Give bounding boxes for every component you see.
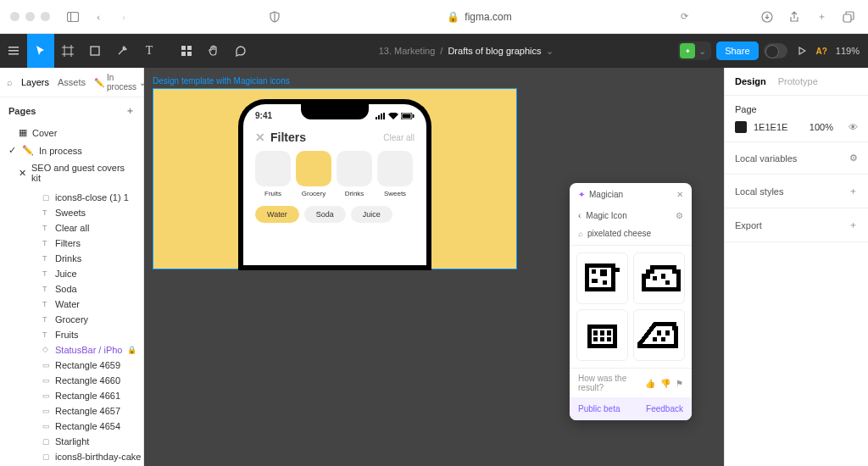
svg-rect-16 bbox=[376, 117, 377, 119]
layer-item[interactable]: TWater bbox=[0, 297, 143, 312]
share-icon[interactable] bbox=[785, 8, 804, 26]
svg-rect-33 bbox=[661, 274, 665, 278]
present-icon[interactable] bbox=[793, 34, 811, 68]
share-button[interactable]: Share bbox=[716, 42, 758, 60]
user-avatar[interactable]: A? bbox=[816, 47, 827, 56]
layer-item[interactable]: ▢icons8-close (1) 1 bbox=[0, 190, 143, 205]
add-page-icon[interactable]: ＋ bbox=[125, 104, 135, 117]
close-icon[interactable]: ✕ bbox=[676, 190, 683, 199]
category-sweets[interactable]: Sweets bbox=[377, 151, 413, 197]
feedback-link[interactable]: Feedback bbox=[646, 404, 683, 413]
category-grocery[interactable]: Grocery bbox=[296, 151, 331, 197]
forward-icon[interactable]: › bbox=[114, 8, 133, 26]
page-item-cover[interactable]: ▦Cover bbox=[0, 124, 143, 141]
bg-opacity[interactable]: 100% bbox=[810, 122, 833, 132]
clear-all-button[interactable]: Clear all bbox=[383, 133, 415, 142]
svg-rect-42 bbox=[593, 337, 598, 341]
search-icon[interactable]: ⌕ bbox=[7, 77, 13, 87]
layer-item[interactable]: ▭Rectangle 4661 bbox=[0, 388, 143, 403]
layer-item[interactable]: TSweets bbox=[0, 205, 143, 220]
search-input[interactable] bbox=[587, 229, 683, 238]
download-icon[interactable] bbox=[758, 8, 776, 26]
layer-item[interactable]: TGrocery bbox=[0, 312, 143, 327]
layer-item-statusbar[interactable]: ◇StatusBar / iPhone 1...🔒 bbox=[0, 342, 143, 358]
design-frame[interactable]: 9:41 ✕Filters Clear all Fruits Grocer bbox=[153, 88, 517, 269]
text-tool-icon[interactable]: T bbox=[136, 34, 163, 68]
shield-icon[interactable] bbox=[265, 8, 284, 26]
shape-tool-icon[interactable] bbox=[81, 34, 108, 68]
layer-item[interactable]: ▭Rectangle 4654 bbox=[0, 419, 143, 434]
newtab-icon[interactable]: ＋ bbox=[812, 8, 831, 26]
layer-item[interactable]: ▢icons8-birthday-cake 1 bbox=[0, 449, 143, 464]
canvas[interactable]: Design template with Magician icons 9:41 bbox=[144, 68, 724, 466]
close-icon[interactable]: ✕ bbox=[255, 130, 265, 144]
move-tool-icon[interactable] bbox=[27, 34, 54, 68]
feedback-question: How was the result? bbox=[578, 374, 645, 392]
category-drinks[interactable]: Drinks bbox=[337, 151, 372, 197]
chip-juice[interactable]: Juice bbox=[351, 206, 392, 223]
page-item-seo[interactable]: ✕SEO and guest covers kit bbox=[0, 159, 143, 186]
layer-item[interactable]: ▭Rectangle 4659 bbox=[0, 358, 143, 373]
thumbs-down-icon[interactable]: 👎 bbox=[660, 379, 670, 388]
layer-item[interactable]: ▢Starlight bbox=[0, 434, 143, 449]
chip-soda[interactable]: Soda bbox=[304, 206, 346, 223]
chevron-down-icon[interactable]: ⌄ bbox=[546, 46, 554, 57]
tab-design[interactable]: Design bbox=[735, 76, 766, 86]
layer-item[interactable]: TJuice bbox=[0, 266, 143, 281]
tab-assets[interactable]: Assets bbox=[58, 77, 86, 87]
icon-result[interactable] bbox=[633, 309, 685, 361]
bg-hex[interactable]: 1E1E1E bbox=[754, 122, 787, 132]
layer-item[interactable]: ▭Rectangle 4657 bbox=[0, 403, 143, 419]
local-variables-row[interactable]: Local variables⚙ bbox=[725, 142, 868, 175]
layer-item[interactable]: TClear all bbox=[0, 220, 143, 236]
dev-mode-toggle[interactable] bbox=[764, 43, 787, 58]
comment-tool-icon[interactable] bbox=[227, 34, 254, 68]
chip-water[interactable]: Water bbox=[255, 206, 299, 223]
plugin-badge[interactable]: ✦ ⌄ bbox=[678, 42, 711, 60]
icon-result[interactable] bbox=[633, 252, 685, 304]
pen-tool-icon[interactable] bbox=[108, 34, 136, 68]
resources-icon[interactable] bbox=[173, 34, 200, 68]
icon-result[interactable] bbox=[576, 252, 628, 304]
category-fruits[interactable]: Fruits bbox=[255, 151, 291, 197]
address-bar[interactable]: 🔒 figma.com bbox=[291, 11, 668, 23]
back-icon[interactable]: ‹ bbox=[89, 8, 108, 26]
sparkle-icon: ✦ bbox=[578, 190, 585, 199]
thumbs-up-icon[interactable]: 👍 bbox=[645, 379, 655, 388]
layer-item[interactable]: TSoda bbox=[0, 281, 143, 297]
visibility-icon[interactable]: 👁 bbox=[849, 122, 858, 132]
settings-icon[interactable]: ⚙ bbox=[676, 211, 683, 220]
layer-item[interactable]: TFilters bbox=[0, 236, 143, 251]
tab-layers[interactable]: Layers bbox=[21, 77, 49, 87]
tabs-icon[interactable] bbox=[839, 8, 858, 26]
bg-color-swatch[interactable] bbox=[735, 121, 747, 133]
flag-icon[interactable]: ⚑ bbox=[676, 379, 683, 388]
page-dropdown[interactable]: ✏️ In process ⌄ bbox=[94, 73, 146, 92]
window-controls[interactable] bbox=[10, 12, 50, 21]
main-menu-icon[interactable] bbox=[0, 34, 27, 68]
zoom-level[interactable]: 119% bbox=[836, 46, 860, 56]
back-button[interactable]: ‹Magic Icon bbox=[578, 211, 627, 220]
sidebar-toggle-icon[interactable] bbox=[64, 8, 82, 26]
hand-tool-icon[interactable] bbox=[200, 34, 227, 68]
svg-rect-44 bbox=[607, 337, 611, 341]
page-section-label: Page bbox=[735, 104, 858, 114]
reload-icon[interactable]: ⟳ bbox=[675, 8, 693, 26]
svg-rect-13 bbox=[187, 46, 192, 50]
local-styles-row[interactable]: Local styles＋ bbox=[725, 175, 868, 208]
phone-mockup: 9:41 ✕Filters Clear all Fruits Grocer bbox=[238, 99, 431, 270]
figma-toolbar: T 13. Marketing / Drafts of blog graphic… bbox=[0, 34, 868, 68]
svg-rect-43 bbox=[600, 337, 604, 341]
tab-prototype[interactable]: Prototype bbox=[778, 76, 818, 86]
plus-icon: ＋ bbox=[849, 219, 858, 231]
layer-item[interactable]: TFruits bbox=[0, 327, 143, 342]
page-item-in-process[interactable]: ✓ ✏️ In process bbox=[0, 141, 143, 159]
breadcrumb[interactable]: 13. Marketing / Drafts of blog graphics … bbox=[254, 46, 678, 57]
export-row[interactable]: Export＋ bbox=[725, 208, 868, 242]
frame-label[interactable]: Design template with Magician icons bbox=[153, 76, 290, 86]
svg-rect-46 bbox=[665, 330, 670, 335]
frame-tool-icon[interactable] bbox=[54, 34, 81, 68]
layer-item[interactable]: TDrinks bbox=[0, 251, 143, 266]
layer-item[interactable]: ▭Rectangle 4660 bbox=[0, 373, 143, 388]
icon-result[interactable] bbox=[576, 309, 628, 361]
